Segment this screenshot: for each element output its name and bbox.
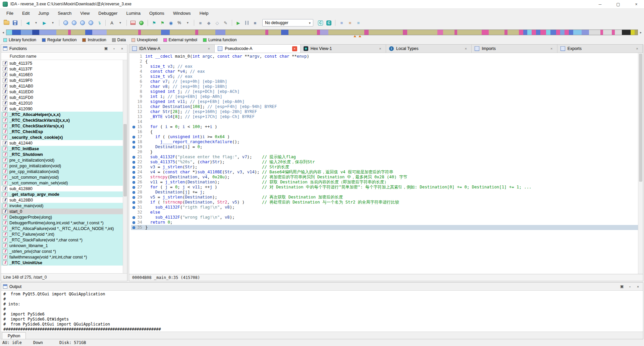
trace-percent-icon[interactable]: %	[175, 19, 183, 27]
window-list-orange-icon[interactable]: ≡	[346, 19, 354, 27]
function-list-item[interactable]: f_RTC_CheckStackVars2(x,x,x)	[1, 117, 123, 123]
close-icon[interactable]: ×	[119, 47, 125, 51]
debugger-pause-icon[interactable]	[243, 19, 251, 27]
close-icon[interactable]: ×	[635, 46, 640, 51]
navband-track[interactable]	[6, 30, 638, 35]
tab-exports[interactable]: Exports×	[557, 45, 643, 53]
function-list-item[interactable]: fstart_0	[1, 209, 123, 214]
trace-chevron-icon[interactable]: ▾	[184, 19, 192, 27]
function-name-column-header[interactable]: Function name	[1, 53, 127, 60]
minimize-button[interactable]: ─	[592, 0, 608, 9]
function-list-item[interactable]: f_security_check_cookie(x)	[1, 134, 123, 140]
menu-file[interactable]: File	[2, 9, 18, 17]
navigate-back-icon[interactable]: ◀	[24, 19, 32, 27]
function-list-item[interactable]: fsub_41137F	[1, 66, 123, 72]
close-icon[interactable]: ×	[635, 285, 641, 289]
jump-target-icon[interactable]: ↴	[95, 19, 103, 27]
function-list-item[interactable]: f_RTC_StackFailure(void *,char const *)	[1, 237, 123, 243]
output-content[interactable]: # from PyQt5.QtGui import QGuiApplicatio…	[1, 291, 643, 332]
function-list-item[interactable]: f_scrt_common_main_seh(void)	[1, 180, 123, 186]
script-command-icon[interactable]: C	[325, 19, 333, 27]
close-icon[interactable]: ×	[292, 46, 297, 51]
menu-options[interactable]: Options	[145, 9, 169, 17]
lumina-sphere-icon[interactable]	[138, 19, 145, 27]
functions-scrollbar-thumb[interactable]	[123, 124, 127, 196]
function-list-item[interactable]: fsub_412440	[1, 140, 123, 146]
functions-scrollbar[interactable]	[123, 60, 127, 273]
close-icon[interactable]: ×	[206, 46, 211, 51]
menu-help[interactable]: Help	[195, 9, 213, 17]
open-file-icon[interactable]	[3, 19, 10, 27]
function-list-item[interactable]: fsub_4119F0	[1, 77, 123, 83]
diamond-filled-icon[interactable]: ◆	[205, 19, 213, 27]
float-icon[interactable]: ▫	[627, 285, 633, 289]
pseudocode-scrollbar-thumb[interactable]	[639, 54, 642, 182]
tab-imports[interactable]: Imports×	[472, 45, 557, 53]
function-list-item[interactable]: fpre_c_initialization(void)	[1, 157, 123, 163]
globe-enum-icon[interactable]	[78, 19, 86, 27]
function-list-item[interactable]: fsub_411AB0	[1, 83, 123, 89]
function-list-item[interactable]: fsub_412010	[1, 100, 123, 106]
function-list-item[interactable]: fsub_4128B0	[1, 197, 123, 203]
debugger-start-icon[interactable]: ▶	[234, 19, 242, 27]
pseudocode-scrollbar[interactable]	[638, 53, 643, 274]
function-list-item[interactable]: f_RTC_AllocaFailure(void *,_RTC_ALLOCA_N…	[1, 226, 123, 231]
function-list-item[interactable]: ffailwithmessage(void *,int,int,char con…	[1, 254, 123, 260]
function-list-item[interactable]: fDebuggerRuntime(ulong,int,void *,wchar_…	[1, 220, 123, 226]
window-list-teal-icon[interactable]: ≡	[355, 19, 362, 27]
function-list-item[interactable]: f_RTC_AllocaHelper(x,x,x)	[1, 112, 123, 117]
breakpoints-icon[interactable]: ◉	[167, 19, 175, 27]
tab-pseudocode-a[interactable]: Pseudocode-A×	[215, 45, 300, 53]
function-list-item[interactable]: f_RTC_CheckStackVars(x,x)	[1, 123, 123, 129]
function-list-item[interactable]: f_RTC_InitBase	[1, 146, 123, 152]
function-list-item[interactable]: fsub_412090	[1, 106, 123, 112]
function-list-item[interactable]: f_RTC_Failure(void *,int)	[1, 231, 123, 237]
function-list-item[interactable]: f_strlen_priv(char const *)	[1, 248, 123, 254]
globe-xref-icon[interactable]	[87, 19, 95, 27]
tab-ida-view-a[interactable]: IDA View-A×	[129, 45, 215, 53]
navband-scroll-left-icon[interactable]: ◂	[1, 31, 5, 34]
tab-hex-view-1[interactable]: Hex View-1×	[301, 45, 386, 53]
flag-teal-icon[interactable]: ⚑	[150, 19, 158, 27]
search-options-chevron-icon[interactable]: ▾	[116, 19, 124, 27]
function-list-item[interactable]: fpre_cpp_initialization(void)	[1, 169, 123, 174]
navband-scroll-right-icon[interactable]: ▸	[639, 31, 643, 34]
diamond-outline-icon[interactable]: ◇	[213, 19, 221, 27]
menu-debugger[interactable]: Debugger	[94, 9, 122, 17]
edit-pencil-icon[interactable]: ✎	[222, 19, 229, 27]
window-list-blue-icon[interactable]: ≡	[338, 19, 345, 27]
function-list-item[interactable]: f_RTC_Shutdown	[1, 152, 123, 157]
debugger-select[interactable]: No debugger▾	[262, 19, 313, 26]
restore-icon[interactable]: ▣	[619, 284, 625, 289]
function-list-item[interactable]: fsub_411FD0	[1, 95, 123, 100]
close-icon[interactable]: ×	[463, 46, 468, 51]
function-list-item[interactable]: fsub_412880	[1, 186, 123, 191]
menu-search[interactable]: Search	[53, 9, 76, 17]
function-list-item[interactable]: fsub_411375	[1, 60, 123, 66]
stop-gray-icon[interactable]: ■	[197, 19, 204, 27]
menu-edit[interactable]: Edit	[18, 9, 34, 17]
function-list-item[interactable]: fDebuggerProbe(ulong)	[1, 214, 123, 220]
tab-local-types[interactable]: iLocal Types×	[386, 45, 472, 53]
save-file-icon[interactable]	[11, 19, 19, 27]
bitmap-view-icon[interactable]	[129, 19, 137, 27]
globe-struct-icon[interactable]	[70, 19, 78, 27]
navigate-forward-icon[interactable]: ▶	[41, 19, 48, 27]
function-list-item[interactable]: fsub_4116E0	[1, 72, 123, 77]
close-icon[interactable]: ×	[549, 46, 554, 51]
function-list-item[interactable]: finvoke_main(void)	[1, 203, 123, 209]
function-list-item[interactable]: fsub_411ED0	[1, 89, 123, 95]
function-list-item[interactable]: fpost_pgo_initialization(void)	[1, 163, 123, 169]
restore-icon[interactable]: ▣	[103, 46, 109, 51]
menu-jump[interactable]: Jump	[34, 9, 53, 17]
globe-icon[interactable]	[62, 19, 69, 27]
menu-windows[interactable]: Windows	[169, 9, 195, 17]
pseudocode-view[interactable]: 1int __cdecl main_0(int argc, const char…	[129, 53, 638, 274]
flag-green-icon[interactable]: ⚑	[159, 19, 166, 27]
compile-c-file-icon[interactable]: C	[317, 19, 324, 27]
text-search-icon[interactable]: A	[108, 19, 116, 27]
float-icon[interactable]: ▫	[111, 47, 117, 51]
menu-view[interactable]: View	[76, 9, 94, 17]
close-button[interactable]: ×	[629, 0, 644, 9]
debugger-stop-icon[interactable]: ■	[251, 19, 259, 27]
